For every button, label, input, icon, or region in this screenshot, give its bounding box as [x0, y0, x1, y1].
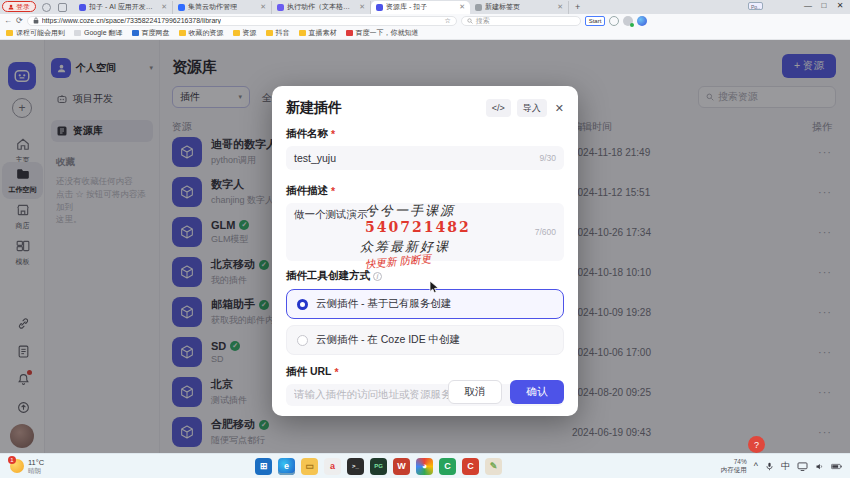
taskbar-app-icon[interactable]: e: [278, 458, 295, 475]
taskbar-app-icon[interactable]: ⊞: [255, 458, 272, 475]
star-icon[interactable]: ☆: [444, 17, 450, 25]
description-label: 插件描述*: [286, 184, 564, 198]
browser-tab[interactable]: 新建标签页 ✕: [470, 1, 569, 14]
taskbar-app-icon[interactable]: ▭: [301, 458, 318, 475]
tab-favicon: [277, 4, 284, 11]
bookmark-icon: [346, 30, 353, 36]
bookmark-icon: [266, 30, 273, 36]
import-button[interactable]: 导入: [517, 99, 547, 117]
taskbar-app-icon[interactable]: PG: [370, 458, 387, 475]
popup-chip: Po..: [748, 2, 763, 10]
bookmark-item[interactable]: 资源: [233, 28, 257, 38]
tabs: 扣子 - AI 应用开发平台 ✕ 集简云动作管理 ✕ 执行动作（文本格式）- 语…: [74, 0, 580, 14]
browser-avatar[interactable]: [623, 16, 633, 26]
tab-title: 资源库 - 扣子: [386, 2, 427, 12]
radio-icon[interactable]: [297, 335, 308, 346]
plugin-description-input[interactable]: 做一个测试演示 7/600: [286, 203, 564, 261]
bookmark-item[interactable]: 抖音: [266, 28, 290, 38]
taskbar-app-icon[interactable]: C: [462, 458, 479, 475]
tab-close-icon[interactable]: ✕: [260, 3, 266, 11]
back-icon[interactable]: ←: [4, 16, 12, 25]
taskbar-app-icon[interactable]: ✎: [485, 458, 502, 475]
tray-expand-icon[interactable]: ^: [754, 461, 758, 471]
create-method-option[interactable]: 云侧插件 - 在 Coze IDE 中创建: [286, 325, 564, 355]
browser-tab[interactable]: 执行动作（文本格式）- 语聚AI ✕: [272, 1, 371, 14]
taskbar-app-icon[interactable]: C: [439, 458, 456, 475]
sun-icon: 1: [10, 459, 24, 473]
battery-icon[interactable]: [831, 462, 842, 471]
weather-badge: 1: [8, 456, 16, 464]
bookmark-item[interactable]: Google 翻译: [74, 28, 123, 38]
ime-indicator[interactable]: 中: [781, 460, 790, 473]
browser-tab[interactable]: 集简云动作管理 ✕: [173, 1, 272, 14]
tab-title: 集简云动作管理: [188, 2, 237, 12]
browser-profile-button[interactable]: 登录: [2, 1, 36, 12]
browser-chrome: 登录 扣子 - AI 应用开发平台 ✕ 集简云动作管理 ✕ 执行动作（文本格式）…: [0, 0, 850, 40]
close-button[interactable]: ✕: [832, 1, 848, 10]
cancel-button[interactable]: 取消: [448, 380, 502, 404]
windows-taskbar: 1 11°C晴朗 ⊞e▭a>_PGW◕CC✎ 74%内存使用 ^ 中: [0, 453, 850, 478]
url-field[interactable]: https://www.coze.cn/space/73358224179962…: [27, 16, 457, 26]
taskbar-apps: ⊞e▭a>_PGW◕CC✎: [255, 458, 502, 475]
tab-favicon: [376, 4, 383, 11]
display-icon[interactable]: [797, 462, 808, 471]
browser-tab[interactable]: 扣子 - AI 应用开发平台 ✕: [74, 1, 173, 14]
taskbar-app-icon[interactable]: ◕: [416, 458, 433, 475]
profile-label: 登录: [16, 2, 30, 12]
create-method-option[interactable]: 云侧插件 - 基于已有服务创建: [286, 289, 564, 319]
sync-icon[interactable]: [609, 16, 619, 26]
bookmarks-bar: 课程可能会用到 Google 翻译 百度网盘 收藏的资源 资源 抖音: [0, 27, 850, 40]
bookmark-item[interactable]: 直播素材: [299, 28, 337, 38]
bookmark-icon: [299, 30, 306, 36]
volume-icon[interactable]: [815, 462, 824, 471]
modal-close-icon[interactable]: ✕: [555, 102, 564, 115]
radio-icon[interactable]: [297, 299, 308, 310]
taskbar-app-icon[interactable]: a: [324, 458, 341, 475]
copilot-icon[interactable]: [637, 16, 647, 26]
microphone-icon[interactable]: [765, 462, 774, 471]
tab-close-icon[interactable]: ✕: [557, 3, 563, 11]
search-placeholder: 搜索: [476, 16, 490, 26]
taskbar-app-icon[interactable]: W: [393, 458, 410, 475]
bookmark-icon: [74, 30, 81, 36]
bookmark-label: 抖音: [276, 28, 290, 38]
window-controls: — □ ✕: [800, 1, 848, 10]
taskbar-app-icon[interactable]: >_: [347, 458, 364, 475]
bookmark-item[interactable]: 百度一下，你就知道: [346, 28, 419, 38]
taskbar-tray: 74%内存使用 ^ 中: [721, 458, 850, 474]
confirm-button[interactable]: 确认: [510, 380, 564, 404]
workspaces-icon[interactable]: [58, 3, 67, 12]
bookmark-item[interactable]: 收藏的资源: [179, 28, 224, 38]
memory-widget[interactable]: 74%内存使用: [721, 458, 747, 474]
weather-widget[interactable]: 1 11°C晴朗: [0, 458, 255, 475]
tab-favicon: [79, 4, 86, 11]
bookmark-label: Google 翻译: [84, 28, 123, 38]
tab-close-icon[interactable]: ✕: [359, 3, 365, 11]
info-icon: i: [373, 272, 382, 281]
bookmark-label: 百度一下，你就知道: [356, 28, 419, 38]
tab-close-icon[interactable]: ✕: [161, 3, 167, 11]
browser-tab[interactable]: 资源库 - 扣子 ✕: [371, 1, 470, 14]
browser-menu-icon[interactable]: [42, 3, 51, 12]
bookmark-item[interactable]: 百度网盘: [132, 28, 170, 38]
bookmark-label: 直播素材: [309, 28, 337, 38]
new-tab-button[interactable]: +: [575, 2, 580, 12]
plugin-name-input[interactable]: test_yuju 9/30: [286, 146, 564, 170]
browser-search-box[interactable]: 搜索: [461, 16, 581, 26]
bookmark-icon: [233, 30, 240, 36]
screen: 登录 扣子 - AI 应用开发平台 ✕ 集简云动作管理 ✕ 执行动作（文本格式）…: [0, 0, 850, 478]
option-label: 云侧插件 - 基于已有服务创建: [316, 297, 451, 311]
name-label: 插件名称*: [286, 127, 564, 141]
minimize-button[interactable]: —: [800, 1, 816, 10]
start-extension-button[interactable]: Start: [585, 16, 606, 26]
bookmark-icon: [179, 30, 186, 36]
code-mode-button[interactable]: </>: [486, 99, 511, 117]
refresh-icon[interactable]: ⟳: [16, 16, 23, 25]
bookmark-item[interactable]: 课程可能会用到: [6, 28, 65, 38]
bookmark-label: 资源: [243, 28, 257, 38]
description-char-count: 7/600: [535, 227, 556, 237]
tab-title: 新建标签页: [485, 2, 520, 12]
tab-close-icon[interactable]: ✕: [459, 3, 465, 11]
maximize-button[interactable]: □: [816, 1, 832, 10]
help-float-button[interactable]: ?: [748, 436, 765, 453]
